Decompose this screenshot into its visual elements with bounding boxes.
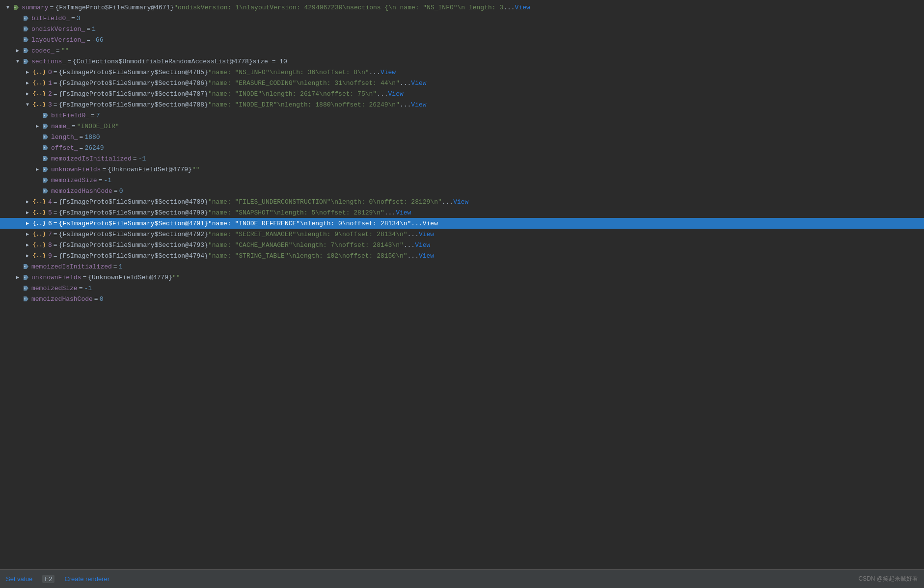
tree-row[interactable]: {..}8 = {FsImageProto$FileSummary$Sectio…: [0, 240, 924, 250]
equals: =: [67, 58, 71, 65]
value-string: "name: "ERASURE_CODING"\nlength: 31\noff…: [208, 80, 400, 87]
expander-collapsed[interactable]: [24, 79, 31, 87]
equals: =: [54, 90, 57, 98]
tree-row[interactable]: {..}5 = {FsImageProto$FileSummary$Sectio…: [0, 207, 924, 218]
tree-row[interactable]: unknownFields = {UnknownFieldSet@4779} "…: [0, 164, 924, 175]
tree-row[interactable]: ondiskVersion_ = 1: [0, 24, 924, 34]
view-link[interactable]: View: [411, 80, 426, 87]
tree-row[interactable]: memoizedSize = -1: [0, 283, 924, 294]
dots: ...: [377, 90, 388, 98]
equals: =: [54, 252, 57, 260]
footer: Set value F2 Create renderer CSDN @笑起来贼好…: [0, 569, 924, 588]
value-string: "": [192, 166, 200, 173]
expander-collapsed[interactable]: [24, 241, 31, 249]
svg-point-5: [24, 61, 25, 62]
key-name: bitField0_: [31, 15, 70, 22]
key-name: offset_: [51, 144, 78, 152]
view-link[interactable]: View: [423, 220, 438, 227]
tree-row[interactable]: length_ = 1880: [0, 132, 924, 142]
svg-point-11: [44, 169, 45, 170]
expander-expanded[interactable]: [24, 101, 31, 108]
value-string: "name: "NS_INFO"\nlength: 36\noffset: 8\…: [208, 69, 369, 76]
tag-icon: [23, 274, 29, 281]
equals: =: [54, 241, 57, 249]
value-ref: {FsImageProto$FileSummary@4671}: [55, 4, 174, 11]
expander-collapsed[interactable]: [24, 230, 31, 238]
expander-expanded[interactable]: [14, 57, 22, 65]
value-ref: {UnknownFieldSet@4779}: [88, 274, 172, 281]
curly-icon: {..}: [32, 252, 46, 259]
view-link[interactable]: View: [396, 209, 411, 216]
equals: =: [86, 36, 90, 44]
tree-row[interactable]: summary = {FsImageProto$FileSummary@4671…: [0, 2, 924, 13]
view-link[interactable]: View: [419, 252, 434, 260]
expander-collapsed[interactable]: [33, 122, 41, 130]
value-num: 26249: [84, 144, 104, 152]
tree-row[interactable]: offset_ = 26249: [0, 142, 924, 153]
expander-collapsed[interactable]: [24, 209, 31, 216]
tree-row[interactable]: name_ = "INODE_DIR": [0, 121, 924, 132]
expander-expanded[interactable]: [4, 3, 12, 11]
dots: ...: [400, 80, 411, 87]
tree-row[interactable]: memoizedSize = -1: [0, 175, 924, 186]
expander-collapsed[interactable]: [24, 252, 31, 260]
svg-point-4: [24, 50, 25, 51]
tree-row[interactable]: memoizedIsInitialized = -1: [0, 153, 924, 164]
tree-row[interactable]: bitField0_ = 7: [0, 110, 924, 121]
tree-row[interactable]: {..}6 = {FsImageProto$FileSummary$Sectio…: [0, 218, 924, 229]
tree-row[interactable]: memoizedHashCode = 0: [0, 186, 924, 196]
key-name: memoizedSize: [51, 177, 97, 184]
value-ref: {UnknownFieldSet@4779}: [108, 166, 192, 173]
key-name: 8: [48, 241, 52, 249]
tree-row[interactable]: {..}2 = {FsImageProto$FileSummary$Sectio…: [0, 88, 924, 99]
view-link[interactable]: View: [411, 101, 426, 108]
tree-row[interactable]: codec_ = "": [0, 45, 924, 56]
equals: =: [54, 101, 57, 108]
view-link[interactable]: View: [415, 241, 430, 249]
view-link[interactable]: View: [515, 4, 530, 11]
tag-icon: [23, 36, 29, 43]
dots: ...: [411, 220, 422, 227]
value-num: 1: [119, 263, 123, 270]
expander-collapsed[interactable]: [24, 219, 31, 227]
value-string: "name: "SNAPSHOT"\nlength: 5\noffset: 28…: [208, 209, 384, 216]
equals: =: [71, 15, 75, 22]
value-ref: {FsImageProto$FileSummary$Section@4790}: [59, 209, 208, 216]
tree-row[interactable]: {..}1 = {FsImageProto$FileSummary$Sectio…: [0, 78, 924, 88]
expander-collapsed[interactable]: [33, 165, 41, 173]
dots: ...: [503, 4, 515, 11]
tree-row[interactable]: {..}7 = {FsImageProto$FileSummary$Sectio…: [0, 229, 924, 240]
set-value-button[interactable]: Set value: [6, 575, 32, 583]
view-link[interactable]: View: [380, 69, 396, 76]
tag-icon: [23, 263, 29, 270]
tree-row[interactable]: memoizedIsInitialized = 1: [0, 261, 924, 272]
equals: =: [99, 177, 103, 184]
value-num: -66: [92, 36, 103, 44]
equals: =: [54, 198, 57, 206]
view-link[interactable]: View: [419, 231, 434, 238]
view-link[interactable]: View: [388, 90, 404, 98]
expander-collapsed[interactable]: [24, 90, 31, 98]
expander-collapsed[interactable]: [14, 273, 22, 281]
dots: ...: [369, 69, 380, 76]
expander-collapsed[interactable]: [14, 47, 22, 54]
svg-point-1: [24, 18, 25, 19]
svg-point-9: [44, 147, 45, 148]
curly-icon: {..}: [32, 198, 46, 205]
equals: =: [113, 263, 117, 270]
tree-row[interactable]: {..}9 = {FsImageProto$FileSummary$Sectio…: [0, 250, 924, 261]
tree-row[interactable]: sections_ = {Collections$UnmodifiableRan…: [0, 56, 924, 67]
tree-row[interactable]: {..}3 = {FsImageProto$FileSummary$Sectio…: [0, 99, 924, 110]
create-renderer-button[interactable]: Create renderer: [64, 575, 109, 583]
tree-row[interactable]: layoutVersion_ = -66: [0, 34, 924, 45]
tree-row[interactable]: {..}0 = {FsImageProto$FileSummary$Sectio…: [0, 67, 924, 78]
expander-collapsed[interactable]: [24, 198, 31, 206]
tree-row[interactable]: bitField0_ = 3: [0, 13, 924, 24]
tree-row[interactable]: memoizedHashCode = 0: [0, 294, 924, 304]
equals: =: [80, 144, 83, 152]
view-link[interactable]: View: [453, 198, 468, 206]
tree-row[interactable]: {..}4 = {FsImageProto$FileSummary$Sectio…: [0, 196, 924, 207]
tree-row[interactable]: unknownFields = {UnknownFieldSet@4779} "…: [0, 272, 924, 283]
expander-collapsed[interactable]: [24, 68, 31, 76]
svg-point-15: [24, 277, 25, 278]
